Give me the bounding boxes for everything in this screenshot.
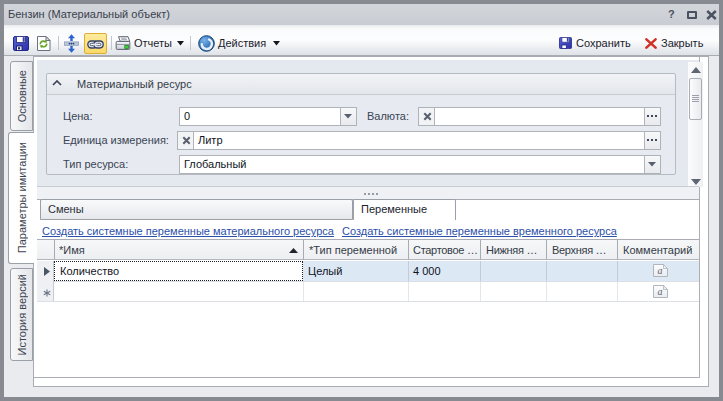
svg-text:a: a [658,286,663,297]
svg-text:a: a [658,265,663,276]
